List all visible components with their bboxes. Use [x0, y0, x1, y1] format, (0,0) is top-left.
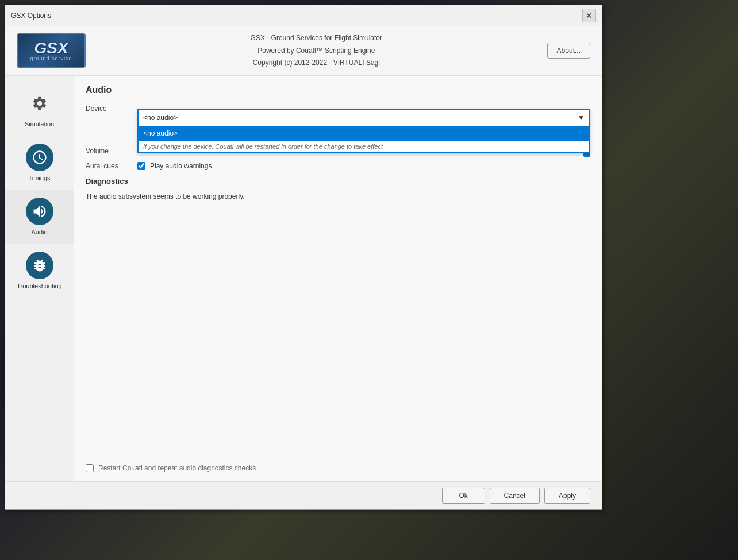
device-label: Device [86, 105, 137, 113]
logo-sub-text: ground service [30, 56, 72, 61]
volume-label: Volume [86, 147, 137, 155]
header: GSX ground service GSX - Ground Services… [5, 26, 602, 76]
gear-icon [26, 90, 53, 117]
sidebar-simulation-label: Simulation [25, 121, 54, 128]
sidebar-item-timings[interactable]: Timings [5, 136, 74, 190]
sidebar-item-troubleshooting[interactable]: Troubleshooting [5, 244, 74, 298]
sidebar: Simulation Timings Audio [5, 76, 74, 481]
device-dropdown-open: <no audio> ▼ <no audio> If you change th… [137, 109, 590, 153]
dropdown-option-no-audio[interactable]: <no audio> [139, 126, 589, 141]
play-audio-warnings-checkbox[interactable] [137, 162, 145, 170]
diagnostics-text: The audio subsystem seems to be working … [86, 190, 590, 203]
restart-row: Restart Couatl and repeat audio diagnost… [86, 464, 256, 472]
dropdown-arrow-icon: ▼ [578, 114, 585, 122]
bug-icon [26, 252, 53, 279]
app-title: GSX - Ground Services for Flight Simulat… [251, 32, 382, 45]
footer: Ok Cancel Apply [5, 481, 602, 509]
window-title: GSX Options [11, 11, 51, 20]
sidebar-audio-label: Audio [31, 229, 47, 235]
sidebar-troubleshooting-label: Troubleshooting [17, 283, 62, 289]
main-content: Simulation Timings Audio [5, 76, 602, 481]
app-logo: GSX ground service [17, 33, 86, 68]
device-row: Device <no audio> ▼ <no audio> If you ch… [86, 105, 590, 113]
restart-label: Restart Couatl and repeat audio diagnost… [98, 464, 256, 472]
dropdown-current-value: <no audio> [143, 114, 178, 122]
apply-button[interactable]: Apply [544, 488, 590, 504]
dropdown-header-item: <no audio> ▼ [139, 110, 589, 126]
title-bar: GSX Options ✕ [5, 5, 602, 26]
cancel-button[interactable]: Cancel [490, 488, 540, 504]
header-info: GSX - Ground Services for Flight Simulat… [251, 32, 382, 69]
panel-title: Audio [86, 85, 590, 95]
aural-cues-label: Aural cues [86, 162, 137, 170]
clock-icon [26, 144, 53, 171]
ok-button[interactable]: Ok [442, 488, 485, 504]
content-panel: Audio Device <no audio> ▼ <no audio> If [74, 76, 602, 481]
about-button[interactable]: About... [547, 43, 590, 59]
sidebar-item-audio[interactable]: Audio [5, 190, 74, 244]
play-audio-warnings-label: Play audio warnings [150, 162, 212, 170]
sidebar-timings-label: Timings [28, 175, 50, 181]
logo-gsx-text: GSX [34, 40, 68, 56]
sidebar-item-simulation[interactable]: Simulation [5, 82, 74, 136]
restart-checkbox[interactable] [86, 464, 94, 472]
close-button[interactable]: ✕ [582, 9, 596, 22]
dialog-window: GSX Options ✕ GSX ground service GSX - G… [5, 5, 602, 510]
dropdown-note: If you change the device, Couatl will be… [139, 141, 589, 152]
aural-cues-checkbox-row: Play audio warnings [137, 162, 212, 170]
aural-cues-row: Aural cues Play audio warnings [86, 162, 590, 170]
app-copyright: Copyright (c) 2012-2022 - VIRTUALI Sagl [251, 57, 382, 69]
audio-icon [26, 198, 53, 225]
diagnostics-title: Diagnostics [86, 177, 590, 186]
app-powered: Powered by Couatl™ Scripting Engine [251, 45, 382, 57]
